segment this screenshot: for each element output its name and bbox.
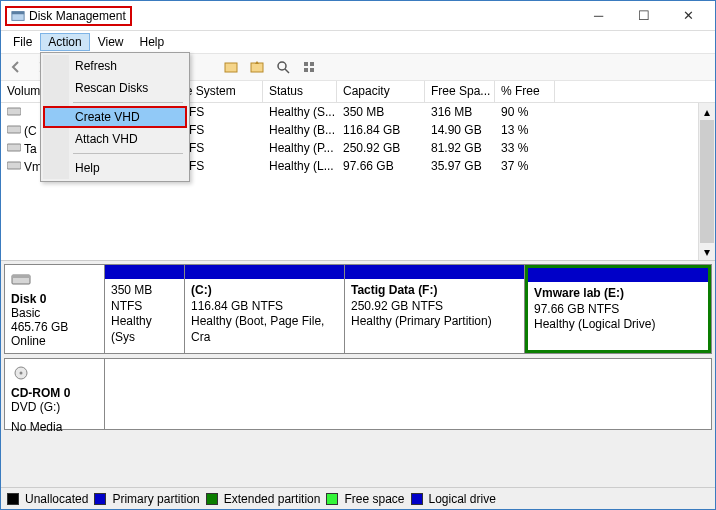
toolbar-icon-2[interactable]: [246, 56, 268, 78]
svg-rect-3: [251, 63, 263, 72]
legend: Unallocated Primary partition Extended p…: [1, 487, 715, 509]
swatch-unallocated: [7, 493, 19, 505]
svg-point-17: [20, 372, 23, 375]
col-status[interactable]: Status: [263, 81, 337, 102]
action-rescan[interactable]: Rescan Disks: [43, 77, 187, 99]
action-refresh[interactable]: Refresh: [43, 55, 187, 77]
menu-help[interactable]: Help: [132, 33, 173, 51]
scroll-up-icon[interactable]: ▴: [699, 103, 715, 120]
menubar: File Action View Help: [1, 31, 715, 53]
minimize-button[interactable]: ─: [576, 2, 621, 30]
col-spacer: [555, 81, 715, 102]
back-button[interactable]: [5, 56, 27, 78]
action-help[interactable]: Help: [43, 157, 187, 179]
scroll-down-icon[interactable]: ▾: [699, 243, 715, 260]
svg-rect-11: [7, 126, 21, 133]
partition-stripe: [185, 265, 344, 279]
window-controls: ─ ☐ ✕: [576, 2, 711, 30]
cdrom-empty: [105, 359, 711, 429]
drive-icon: [7, 159, 21, 171]
cdrom-icon: [11, 365, 98, 384]
svg-rect-7: [310, 62, 314, 66]
menu-separator: [73, 153, 183, 154]
svg-rect-12: [7, 144, 21, 151]
toolbar-icon-4[interactable]: [298, 56, 320, 78]
graphical-view: Disk 0 Basic 465.76 GB Online 350 MB NTF…: [1, 261, 715, 487]
menu-separator: [73, 102, 183, 103]
action-attach-vhd[interactable]: Attach VHD: [43, 128, 187, 150]
svg-rect-15: [12, 275, 30, 278]
cdrom-row[interactable]: CD-ROM 0 DVD (G:) No Media: [4, 358, 712, 430]
svg-point-4: [278, 62, 286, 70]
disk-row[interactable]: Disk 0 Basic 465.76 GB Online 350 MB NTF…: [4, 264, 712, 354]
svg-line-5: [285, 69, 289, 73]
partition-stripe: [528, 268, 708, 282]
volume-scrollbar[interactable]: ▴ ▾: [698, 103, 715, 260]
partition-stripe: [345, 265, 524, 279]
cdrom-info: CD-ROM 0 DVD (G:) No Media: [5, 359, 105, 429]
col-capacity[interactable]: Capacity: [337, 81, 425, 102]
menu-file[interactable]: File: [5, 33, 40, 51]
partition[interactable]: Tactig Data (F:) 250.92 GB NTFS Healthy …: [345, 265, 525, 353]
svg-rect-8: [304, 68, 308, 72]
drive-icon: [7, 123, 21, 135]
swatch-primary: [94, 493, 106, 505]
partition[interactable]: 350 MB NTFS Healthy (Sys: [105, 265, 185, 353]
action-dropdown: Refresh Rescan Disks Create VHD Attach V…: [40, 52, 190, 182]
toolbar-icon-3[interactable]: [272, 56, 294, 78]
toolbar-icon-1[interactable]: [220, 56, 242, 78]
svg-rect-2: [225, 63, 237, 72]
svg-rect-6: [304, 62, 308, 66]
swatch-logical: [411, 493, 423, 505]
col-free[interactable]: Free Spa...: [425, 81, 495, 102]
partition-stripe: [105, 265, 184, 279]
svg-rect-1: [12, 11, 24, 14]
close-button[interactable]: ✕: [666, 2, 711, 30]
drive-icon: [7, 141, 21, 153]
maximize-button[interactable]: ☐: [621, 2, 666, 30]
disk-info: Disk 0 Basic 465.76 GB Online: [5, 265, 105, 353]
app-icon: [11, 9, 25, 23]
action-create-vhd[interactable]: Create VHD: [43, 106, 187, 128]
svg-rect-9: [310, 68, 314, 72]
swatch-free: [326, 493, 338, 505]
disk-icon: [11, 271, 98, 290]
svg-rect-10: [7, 108, 21, 115]
partitions: 350 MB NTFS Healthy (Sys (C:) 116.84 GB …: [105, 265, 711, 353]
titlebar: Disk Management ─ ☐ ✕: [1, 1, 715, 31]
menu-view[interactable]: View: [90, 33, 132, 51]
partition[interactable]: Vmware lab (E:) 97.66 GB NTFS Healthy (L…: [525, 265, 711, 353]
partition[interactable]: (C:) 116.84 GB NTFS Healthy (Boot, Page …: [185, 265, 345, 353]
col-pct[interactable]: % Free: [495, 81, 555, 102]
menu-action[interactable]: Action: [40, 33, 89, 51]
swatch-extended: [206, 493, 218, 505]
window-title: Disk Management: [29, 9, 126, 23]
svg-rect-13: [7, 162, 21, 169]
drive-icon: [7, 105, 21, 117]
